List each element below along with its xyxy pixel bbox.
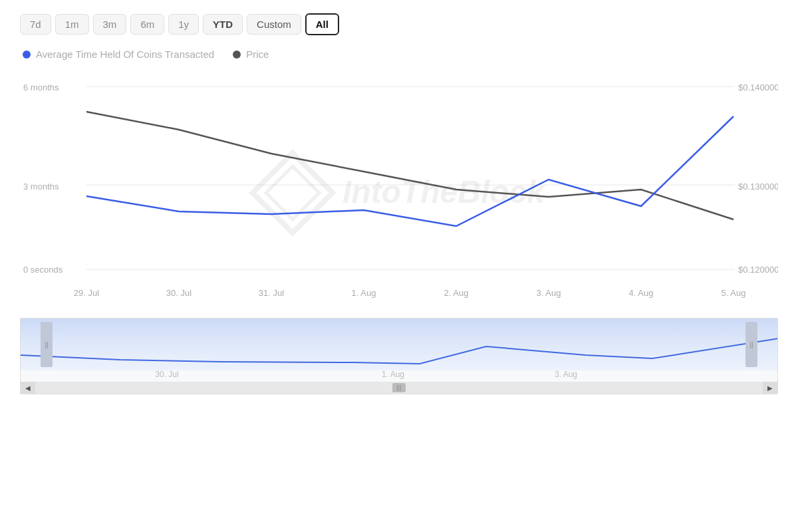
x-label-6: 3. Aug <box>537 288 561 298</box>
btn-6m[interactable]: 6m <box>130 14 164 35</box>
legend-dot-avg <box>23 51 31 59</box>
legend-price: Price <box>233 49 269 60</box>
chart-legend: Average Time Held Of Coins Transacted Pr… <box>20 49 778 60</box>
y-label-r1: $0.140000 <box>738 82 778 92</box>
avg-time-line <box>86 116 733 226</box>
btn-custom[interactable]: Custom <box>247 14 301 35</box>
x-label-3: 31. Jul <box>259 288 284 298</box>
time-range-bar: 7d 1m 3m 6m 1y YTD Custom All <box>20 13 778 35</box>
btn-all[interactable]: All <box>305 13 339 35</box>
navigator-svg: || || 30. Jul 1. Aug 3. Aug <box>21 319 778 382</box>
btn-3m[interactable]: 3m <box>93 14 127 35</box>
main-chart: 6 months 3 months 0 seconds $0.140000 $0… <box>20 66 778 313</box>
x-label-1: 29. Jul <box>74 288 99 298</box>
btn-7d[interactable]: 7d <box>20 14 51 35</box>
chart-svg: 6 months 3 months 0 seconds $0.140000 $0… <box>20 66 778 313</box>
x-label-4: 1. Aug <box>352 288 376 298</box>
btn-1m[interactable]: 1m <box>55 14 89 35</box>
x-label-7: 4. Aug <box>629 288 654 298</box>
nav-label-2: 1. Aug <box>382 370 404 379</box>
scroll-arrow-right[interactable]: ▶ <box>763 382 777 394</box>
scroll-handle[interactable]: ||| <box>392 383 406 392</box>
legend-avg-time: Average Time Held Of Coins Transacted <box>23 49 214 60</box>
legend-dot-price <box>233 51 241 59</box>
x-label-5: 2. Aug <box>444 288 469 298</box>
legend-label-avg: Average Time Held Of Coins Transacted <box>36 49 214 60</box>
y-label-r2: $0.130000 <box>738 182 778 192</box>
nav-selection <box>21 319 778 370</box>
x-label-2: 30. Jul <box>166 288 192 298</box>
legend-label-price: Price <box>246 49 269 60</box>
y-label-r3: $0.120000 <box>738 265 778 275</box>
x-label-8: 5. Aug <box>722 288 746 298</box>
nav-handle-right-icon: || <box>749 341 753 348</box>
nav-label-1: 30. Jul <box>155 370 178 379</box>
main-container: 7d 1m 3m 6m 1y YTD Custom All Average Ti… <box>0 0 798 394</box>
scrollbar[interactable]: ◀ ||| ▶ <box>21 382 777 394</box>
nav-label-3: 3. Aug <box>555 370 577 379</box>
btn-ytd[interactable]: YTD <box>203 14 243 35</box>
y-label-6mo: 6 months <box>23 82 59 92</box>
btn-1y[interactable]: 1y <box>168 14 199 35</box>
nav-handle-left-icon: || <box>45 341 48 348</box>
y-label-3mo: 3 months <box>23 182 59 192</box>
svg-text:IntoTheBlock: IntoTheBlock <box>342 174 546 209</box>
scroll-arrow-left[interactable]: ◀ <box>21 382 35 394</box>
navigator: || || 30. Jul 1. Aug 3. Aug ◀ ||| ▶ <box>20 318 778 394</box>
y-label-0sec: 0 seconds <box>23 265 63 275</box>
